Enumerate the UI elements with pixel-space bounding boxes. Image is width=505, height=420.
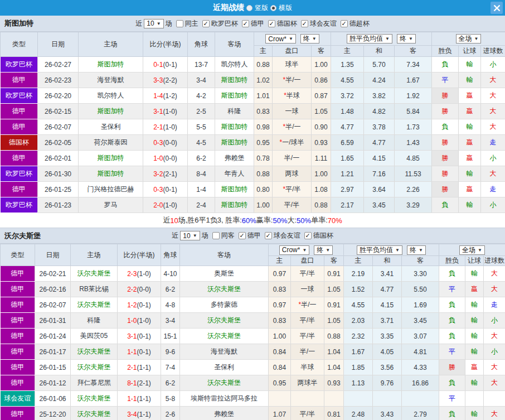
competition-checkbox[interactable]: ✓ [239,232,246,239]
table-row: 德甲26-02-23海登海默3-3(2-2)3-4斯图加特1.02*半/一0.8… [1,73,505,88]
odds-away: 1.05 [312,104,331,119]
same-venue-label: 同客 [221,231,235,240]
avg-home-win: 3.72 [331,88,364,104]
odds-home: 1.00 [269,329,291,344]
radio-horizontal-label[interactable]: 横版 [279,3,292,13]
avg-away-win: 4.81 [402,344,439,360]
avg-draw: 4.05 [373,344,402,360]
competition-checkbox[interactable]: ✓ [304,232,312,239]
avg-draw: 3.71 [373,313,402,329]
corners: 13-7 [188,57,215,73]
avg-away-win: 16.86 [402,375,439,391]
fulltime-score: 2-1 [153,123,163,131]
fulltime-score: 3-1 [127,332,137,340]
odds-home: 0.97 [269,297,291,313]
filter-controls: 近10▼场同主✓欧罗巴杯✓德甲✓德国杯✓球会友谊✓德超杯 [0,19,505,28]
corners: 6-2 [161,282,180,297]
avg-final-select[interactable]: 终▼ [397,34,416,44]
avg-home-win: 1.67 [344,344,373,360]
sub-header-avg-home: 主 [344,256,373,266]
odds-home: 0.83 [269,313,291,329]
odds-final-select[interactable]: 终▼ [314,245,333,255]
away-team: 沃尔夫斯堡 [180,329,269,344]
corners: 5-8 [161,391,180,407]
summary-part: 50% [273,216,287,225]
odds-away: 1.04 [324,360,344,375]
competition-checkbox[interactable]: ✓ [301,20,308,27]
result-wdl: 勝 [432,104,459,119]
near-label: 近 [135,19,142,28]
avg-draw: 4.15 [373,297,402,313]
same-venue-checkbox[interactable] [212,232,220,239]
sub-header-odds-home: 主 [254,46,273,57]
same-venue-checkbox[interactable] [176,20,183,27]
wdl-average-select[interactable]: 胜平负均值▼ [357,245,402,255]
competition-checkbox[interactable]: ✓ [265,232,272,239]
avg-final-select[interactable]: 终▼ [407,245,426,255]
fulltime-score: 0-3 [153,186,163,194]
result-handicap: 輸 [459,57,481,73]
radio-vertical-layout[interactable] [246,5,252,11]
sub-header-handicap: 盘口 [273,46,312,57]
result-handicap: 贏 [465,360,484,375]
halftime-score: (0-1) [163,186,177,194]
table-row: 欧罗巴杯26-01-30斯图加特3-2(2-1)8-4年青人0.88两球1.00… [1,166,505,182]
sub-header-result-goals: 进球数 [484,256,505,266]
odds-final-select[interactable]: 终▼ [300,34,319,44]
competition-checkbox[interactable]: ✓ [341,20,348,27]
full-match-select-value: 全场 [462,245,475,255]
score: 0-1(0-1) [143,57,188,73]
odds-away: 1.11 [312,151,331,166]
close-button[interactable] [491,2,503,14]
halftime-score: (1-1) [137,395,151,403]
avg-away-win: 7.34 [395,57,432,73]
fulltime-score: 1-1 [127,348,137,356]
near-label: 近 [172,231,178,240]
odds-company-select[interactable]: Crow*▼ [265,34,296,44]
result-goals: 大 [484,329,505,344]
caret-down-icon: ▼ [409,36,413,41]
avg-draw: 4.82 [364,104,395,119]
games-label: 场 [166,19,172,28]
recent-count-select[interactable]: 10▼ [180,231,200,240]
odds-company-select[interactable]: Crow*▼ [279,245,310,255]
recent-count-select-value: 10 [147,20,154,27]
table-row: 欧罗巴杯26-02-27斯图加特0-1(0-1)13-7凯尔特人0.88球半1.… [1,57,505,73]
full-match-select[interactable]: 全场▼ [459,245,485,255]
result-wdl: 勝 [432,135,459,151]
wdl-average-select[interactable]: 胜平负均值▼ [347,34,392,44]
avg-draw: 3.43 [373,407,402,420]
result-wdl: 負 [432,119,459,135]
fulltime-score: 1-0 [127,317,137,325]
competition-checkbox[interactable]: ✓ [268,20,275,27]
full-match-select[interactable]: 全场▼ [456,34,482,44]
table-row: 德甲26-01-12拜仁慕尼黑8-1(2-1)6-2沃尔夫斯堡0.95两球半0.… [1,375,505,391]
team-name: 斯图加特 [4,18,33,28]
avg-group-header: 胜平负均值▼终▼ [331,32,432,46]
team-filter-bar: 沃尔夫斯堡近10▼场同客✓德甲✓球会友谊✓德国杯 [0,228,505,244]
caret-down-icon: ▼ [385,36,390,41]
competition-label: 德甲 [247,231,261,240]
corners: 5-5 [188,119,215,135]
home-team: 荷尔斯泰因 [79,135,143,151]
avg-home-win: 1.52 [344,282,373,297]
sub-header-result-handicap: 让球 [459,46,481,57]
match-date: 26-01-17 [35,344,71,360]
away-team: 埃斯特雷拉达阿马多拉 [180,391,269,407]
home-team: 拜仁慕尼黑 [71,375,118,391]
score: 1-2(0-1) [118,297,161,313]
record-summary: 近10场,胜6平1负3, 胜率:60% 赢率:50% 大:50% 单率:70% [0,213,505,228]
recent-count-select[interactable]: 10▼ [144,19,163,28]
caret-down-icon: ▼ [312,36,317,41]
match-date: 26-02-07 [38,119,79,135]
avg-away-win [402,391,439,407]
competition-checkbox[interactable]: ✓ [202,20,210,27]
odds-away: 0.91 [324,266,344,282]
radio-horizontal-layout[interactable] [270,5,276,11]
competition-checkbox[interactable]: ✓ [242,20,249,27]
result-handicap: 輸 [459,73,481,88]
fulltime-score: 0-3 [153,139,163,147]
odds-away [324,391,344,407]
avg-home-win: 1.35 [331,57,364,73]
radio-vertical-label[interactable]: 竖版 [255,3,268,13]
